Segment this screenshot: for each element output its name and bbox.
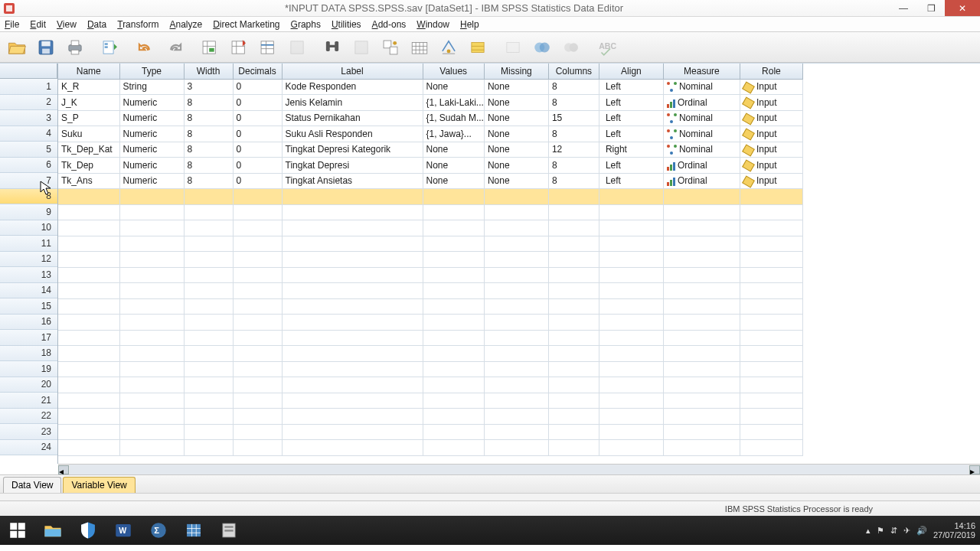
cell[interactable] — [423, 189, 484, 205]
cell[interactable] — [663, 409, 740, 425]
cell[interactable] — [423, 377, 484, 393]
variables-button[interactable] — [254, 34, 282, 60]
find-button[interactable] — [318, 34, 346, 60]
cell[interactable] — [599, 346, 663, 362]
cell[interactable] — [282, 330, 423, 346]
cell[interactable] — [484, 267, 548, 283]
cell[interactable] — [548, 361, 599, 377]
cell[interactable] — [484, 346, 548, 362]
cell[interactable] — [599, 236, 663, 252]
row-header[interactable]: 1 — [0, 79, 57, 95]
cell[interactable] — [423, 346, 484, 362]
cell[interactable]: 12 — [548, 142, 599, 158]
cell[interactable] — [740, 424, 802, 440]
cell[interactable] — [484, 236, 548, 252]
column-header-columns[interactable]: Columns — [548, 64, 599, 79]
row-header[interactable]: 24 — [0, 440, 57, 456]
cell[interactable] — [119, 424, 184, 440]
cell[interactable] — [184, 377, 233, 393]
cell[interactable]: 8 — [548, 79, 599, 95]
cell[interactable] — [119, 252, 184, 268]
cell[interactable] — [58, 298, 119, 315]
cell[interactable]: Left — [599, 95, 663, 111]
cell[interactable] — [548, 283, 599, 299]
cell[interactable]: 8 — [184, 173, 233, 189]
cell[interactable]: {1, Sudah M... — [423, 110, 484, 126]
cell[interactable] — [282, 409, 423, 425]
cell[interactable] — [58, 440, 119, 456]
row-header[interactable]: 20 — [0, 377, 57, 393]
row-header[interactable]: 23 — [0, 424, 57, 440]
cell[interactable] — [184, 252, 233, 268]
cell[interactable] — [119, 189, 184, 205]
undo-button[interactable] — [132, 34, 159, 60]
cell[interactable]: 8 — [184, 110, 233, 126]
cell[interactable] — [663, 315, 740, 331]
cell[interactable] — [548, 315, 599, 331]
cell[interactable]: None — [484, 95, 548, 111]
cell[interactable] — [599, 330, 663, 346]
cell[interactable] — [663, 361, 740, 377]
cell[interactable] — [599, 189, 663, 205]
cell[interactable] — [599, 361, 663, 377]
cell[interactable] — [663, 393, 740, 409]
cell[interactable] — [423, 204, 484, 220]
cell[interactable] — [233, 346, 282, 362]
cell[interactable] — [548, 252, 599, 268]
row-header[interactable]: 19 — [0, 361, 57, 377]
menu-direct-marketing[interactable]: Direct Marketing — [213, 19, 279, 30]
cell[interactable]: None — [423, 173, 484, 189]
cell[interactable] — [282, 189, 423, 205]
tab-variable-view[interactable]: Variable View — [63, 477, 135, 493]
cell[interactable] — [740, 346, 802, 362]
cell[interactable]: None — [423, 79, 484, 95]
column-header-label[interactable]: Label — [282, 64, 423, 79]
cell[interactable] — [184, 189, 233, 205]
cell[interactable] — [58, 315, 119, 331]
cell[interactable] — [599, 298, 663, 315]
cell[interactable]: Input — [740, 110, 802, 126]
cell[interactable] — [599, 377, 663, 393]
explorer-icon[interactable] — [35, 516, 70, 545]
cell[interactable] — [663, 252, 740, 268]
select-all-corner[interactable] — [0, 64, 57, 79]
cell[interactable] — [58, 204, 119, 220]
cell[interactable] — [58, 189, 119, 205]
cell[interactable] — [548, 346, 599, 362]
row-header[interactable]: 6 — [0, 158, 57, 174]
cell[interactable] — [233, 315, 282, 331]
cell[interactable] — [599, 220, 663, 236]
use-sets-button[interactable] — [499, 34, 527, 60]
cell[interactable] — [119, 204, 184, 220]
cell[interactable] — [423, 330, 484, 346]
cell[interactable] — [548, 377, 599, 393]
cell[interactable]: 8 — [548, 173, 599, 189]
cell[interactable]: 8 — [548, 158, 599, 174]
cell[interactable]: {1, Jawa}... — [423, 126, 484, 142]
security-icon[interactable] — [70, 516, 106, 545]
cell[interactable]: Left — [599, 173, 663, 189]
cell[interactable] — [184, 220, 233, 236]
cell[interactable] — [548, 236, 599, 252]
cell[interactable]: Suku — [58, 126, 119, 142]
cell[interactable] — [58, 252, 119, 268]
cell[interactable]: Numeric — [119, 142, 184, 158]
cell[interactable] — [282, 267, 423, 283]
cell[interactable]: Status Pernikahan — [282, 110, 423, 126]
menu-view[interactable]: View — [57, 19, 77, 30]
cell[interactable] — [740, 409, 802, 425]
cell[interactable] — [663, 330, 740, 346]
cell[interactable] — [484, 252, 548, 268]
menu-edit[interactable]: Edit — [30, 19, 46, 30]
cell[interactable] — [119, 220, 184, 236]
cell[interactable] — [484, 409, 548, 425]
cell[interactable]: 0 — [233, 173, 282, 189]
column-header-decimals[interactable]: Decimals — [233, 64, 282, 79]
recall-dialog-button[interactable] — [96, 34, 124, 60]
cell[interactable] — [233, 409, 282, 425]
cell[interactable] — [740, 267, 802, 283]
cell[interactable]: Tingkat Ansietas — [282, 173, 423, 189]
cell[interactable] — [663, 220, 740, 236]
cell[interactable] — [599, 424, 663, 440]
cell[interactable]: Suku Asli Responden — [282, 126, 423, 142]
